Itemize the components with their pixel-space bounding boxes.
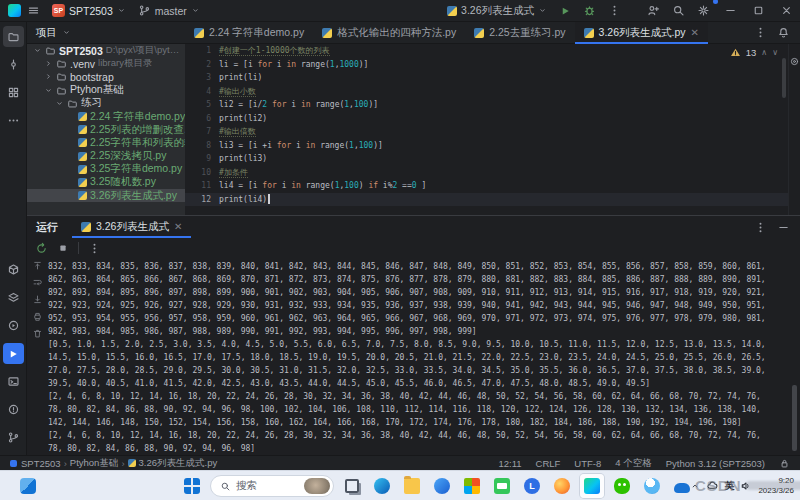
code-with-me-button[interactable] <box>641 0 666 21</box>
editor-line-6[interactable]: 6print(li2) <box>185 112 788 126</box>
tab-options-icon[interactable] <box>754 26 767 39</box>
tree-chevron-icon[interactable] <box>44 72 53 81</box>
main-menu-button[interactable] <box>21 0 46 21</box>
tree-chevron-icon[interactable] <box>44 59 53 68</box>
breadcrumb-item[interactable]: Ptyhon基础 <box>70 457 119 470</box>
taskbar-mail-icon[interactable] <box>490 474 514 498</box>
editor-line-8[interactable]: 8li3 = [i +i for i in range(1,100)] <box>185 139 788 153</box>
clear-all-icon[interactable] <box>32 328 43 339</box>
tab-2.24 字符串demo.py[interactable]: 2.24 字符串demo.py <box>185 22 313 43</box>
services-icon[interactable] <box>3 287 24 308</box>
taskbar-store-icon[interactable] <box>460 474 484 498</box>
tree-item-2.25字符串和列表的转换.py[interactable]: 2.25字符串和列表的转换.py <box>27 136 185 149</box>
structure-icon[interactable] <box>3 82 24 103</box>
project-panel-header[interactable]: 项目 <box>27 22 185 43</box>
editor-line-5[interactable]: 5li2 = [i/2 for i in range(1,100)] <box>185 98 788 112</box>
tree-item-3.26列表生成式.py[interactable]: 3.26列表生成式.py <box>27 189 185 202</box>
tree-item-3.25随机数.py[interactable]: 3.25随机数.py <box>27 176 185 189</box>
debug-button[interactable] <box>577 0 602 21</box>
editor-line-1[interactable]: 1#创建一个1-10000个数的列表 <box>185 44 788 58</box>
settings-button[interactable] <box>691 0 716 21</box>
stop-icon[interactable] <box>57 242 69 254</box>
commit-icon[interactable] <box>3 54 24 75</box>
code-editor[interactable]: 1#创建一个1-10000个数的列表2li = [i for i in rang… <box>185 44 788 215</box>
more-tool-windows-icon[interactable] <box>3 110 24 131</box>
ai-assistant-icon[interactable] <box>789 56 800 67</box>
taskbar-wechat-icon[interactable] <box>610 474 634 498</box>
tray-chevron-up-icon[interactable] <box>690 481 700 491</box>
tree-chevron-icon[interactable] <box>44 86 53 95</box>
ime-indicator[interactable]: 英 <box>724 479 734 493</box>
taskbar-browser-icon[interactable] <box>430 474 454 498</box>
taskbar-clock-app-icon[interactable] <box>520 474 544 498</box>
run-configuration-widget[interactable]: 3.26列表生成式 <box>441 0 553 21</box>
tree-item-.venv[interactable]: .venvlibrary根目录 <box>27 57 185 70</box>
taskbar-qq-icon[interactable] <box>640 474 664 498</box>
tree-item-SPT2503[interactable]: SPT2503D:\pyx\项目\python\myflask <box>27 44 185 57</box>
tab-3.26列表生成式.py[interactable]: 3.26列表生成式.py✕ <box>575 22 708 43</box>
soft-wrap-icon[interactable] <box>32 277 43 288</box>
editor-line-10[interactable]: 10#加条件 <box>185 166 788 180</box>
scroll-to-end-icon[interactable] <box>32 294 43 305</box>
vcs-branch-widget[interactable]: master <box>132 0 206 21</box>
editor-line-4[interactable]: 4#输出小数 <box>185 85 788 99</box>
search-everywhere-button[interactable] <box>666 0 691 21</box>
next-problem-icon[interactable]: ∨ <box>772 48 778 57</box>
taskbar-pycharm-icon[interactable] <box>580 474 604 498</box>
run-tool-icon[interactable] <box>3 343 24 364</box>
console-scrollbar-thumb[interactable] <box>792 385 797 451</box>
notifications-bell-icon[interactable] <box>777 26 790 39</box>
taskbar-clock[interactable]: 9:20 2023/3/26 <box>758 476 794 496</box>
taskbar-file-explorer-icon[interactable] <box>400 474 424 498</box>
taskbar-task-view[interactable] <box>340 474 364 498</box>
tray-cloud-icon[interactable] <box>706 480 718 492</box>
tree-item-2.24 字符串demo.py[interactable]: 2.24 字符串demo.py <box>27 110 185 123</box>
lock-icon[interactable] <box>779 458 790 469</box>
run-button[interactable] <box>553 0 577 21</box>
tray-volume-icon[interactable] <box>740 480 752 492</box>
editor-scrollbar-thumb[interactable] <box>782 58 786 98</box>
tab-格式化输出的四种方法.py[interactable]: 格式化输出的四种方法.py <box>313 22 465 43</box>
tree-item-2.25深浅拷贝.py[interactable]: 2.25深浅拷贝.py <box>27 150 185 163</box>
editor-line-12[interactable]: 12print(li4) <box>185 193 788 207</box>
tree-item-3.25字符串demo.py[interactable]: 3.25字符串demo.py <box>27 163 185 176</box>
problems-icon[interactable] <box>3 399 24 420</box>
window-maximize-button[interactable] <box>744 0 772 22</box>
status-4----[interactable]: 4 个空格 <box>615 457 651 470</box>
run-tab-close-icon[interactable]: ✕ <box>174 222 182 232</box>
tree-item-2.25列表的增删改查.py[interactable]: 2.25列表的增删改查.py <box>27 123 185 136</box>
print-console-icon[interactable] <box>32 311 43 322</box>
editor-line-2[interactable]: 2li = [i for i in range(1,1000)] <box>185 58 788 72</box>
breadcrumb-item[interactable]: SPT2503 <box>21 458 61 469</box>
python-packages-icon[interactable] <box>3 259 24 280</box>
taskbar-widgets-button[interactable] <box>16 474 40 498</box>
status-Python-3-12--SPT2503-[interactable]: Python 3.12 (SPT2503) <box>666 458 765 469</box>
console-more-icon[interactable] <box>88 242 101 255</box>
run-console-output[interactable]: 832, 833, 834, 835, 836, 837, 838, 839, … <box>48 260 786 455</box>
window-minimize-button[interactable] <box>716 0 744 22</box>
prev-problem-icon[interactable]: ∧ <box>761 48 767 57</box>
tree-item-Ptyhon基础[interactable]: Ptyhon基础 <box>27 84 185 97</box>
tab-2.25去重练习.py[interactable]: 2.25去重练习.py <box>465 22 574 43</box>
inspections-widget[interactable]: 13 ∧ ∨ <box>730 47 778 58</box>
editor-line-9[interactable]: 9print(li3) <box>185 152 788 166</box>
status-UTF-8[interactable]: UTF-8 <box>574 458 601 469</box>
run-tab[interactable]: 3.26列表生成式 ✕ <box>72 216 191 238</box>
terminal-icon[interactable] <box>3 371 24 392</box>
breadcrumb-item[interactable]: 3.26列表生成式.py <box>139 457 218 470</box>
python-console-icon[interactable] <box>3 315 24 336</box>
window-close-button[interactable] <box>772 0 800 22</box>
project-widget[interactable]: SP SPT2503 <box>46 0 132 21</box>
taskbar-search[interactable]: 搜索 <box>210 475 334 497</box>
editor-line-7[interactable]: 7#输出倍数 <box>185 125 788 139</box>
tree-item-bootstrap[interactable]: bootstrap <box>27 70 185 83</box>
run-panel-options-icon[interactable] <box>754 221 767 234</box>
tree-item-练习[interactable]: 练习 <box>27 97 185 110</box>
tree-chevron-icon[interactable] <box>33 46 42 55</box>
version-control-icon[interactable] <box>3 427 24 448</box>
tree-chevron-icon[interactable] <box>55 99 64 108</box>
status-12-11[interactable]: 12:11 <box>498 458 521 469</box>
project-folder-icon[interactable] <box>3 26 24 47</box>
editor-line-11[interactable]: 11li4 = [i for i in range(1,100) if i%2 … <box>185 179 788 193</box>
tab-close-icon[interactable]: ✕ <box>691 28 699 38</box>
